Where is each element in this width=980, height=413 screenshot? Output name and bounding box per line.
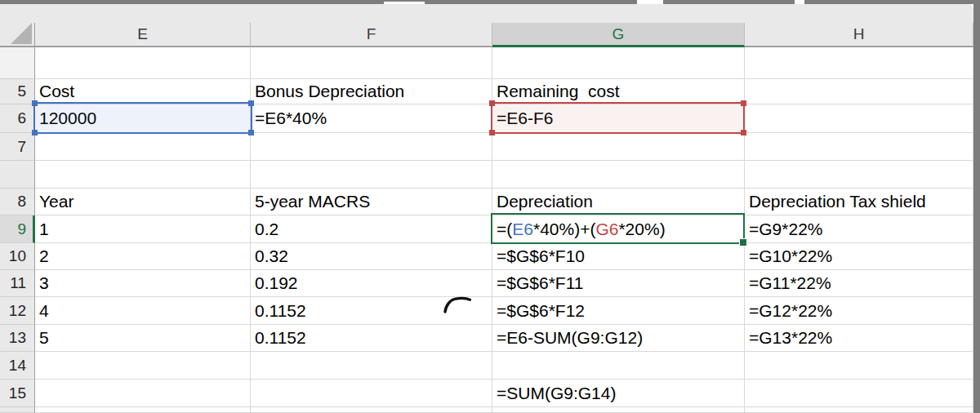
sheet-row-6: 6120000=E6*40%=E6-F6 bbox=[0, 104, 973, 133]
sheet-row-14: 14 bbox=[0, 352, 973, 380]
row-header-7[interactable]: 7 bbox=[0, 133, 35, 161]
cell-E9[interactable]: 1 bbox=[35, 215, 251, 243]
cell-F13[interactable]: 0.1152 bbox=[251, 325, 492, 352]
select-all-corner[interactable] bbox=[0, 23, 35, 47]
excel-window: E F G H 5CostBonus DepreciationRemaining… bbox=[0, 0, 980, 413]
sheet-row-8: 8Year5-year MACRSDepreciationDepreciatio… bbox=[0, 189, 973, 215]
cell-G10[interactable]: =$G$6*F10 bbox=[492, 243, 745, 270]
cell-H5[interactable] bbox=[745, 79, 973, 104]
cell-E13[interactable]: 5 bbox=[35, 325, 251, 352]
cell-H-r4[interactable] bbox=[745, 161, 973, 189]
formula-segment: E6 bbox=[512, 220, 533, 239]
cell-H6[interactable] bbox=[745, 104, 973, 133]
row-header-15[interactable]: 15 bbox=[0, 380, 35, 407]
column-header-E[interactable]: E bbox=[35, 23, 251, 47]
cell-E11[interactable]: 3 bbox=[35, 270, 251, 297]
cell-F11[interactable]: 0.192 bbox=[251, 270, 492, 297]
cell-E12[interactable]: 4 bbox=[35, 297, 251, 325]
cell-E15[interactable] bbox=[35, 380, 251, 407]
cell-G7[interactable] bbox=[492, 133, 745, 161]
cell-F5[interactable]: Bonus Depreciation bbox=[251, 79, 492, 104]
cell-E-r0[interactable] bbox=[35, 47, 251, 79]
cell-E5[interactable]: Cost bbox=[35, 79, 251, 104]
row-header-8[interactable]: 8 bbox=[0, 189, 35, 215]
cell-G5[interactable]: Remaining cost bbox=[492, 79, 745, 104]
cell-G12[interactable]: =$G$6*F12 bbox=[492, 297, 745, 325]
cell-G15[interactable]: =SUM(G9:G14) bbox=[492, 380, 745, 407]
cell-F-r13[interactable] bbox=[251, 407, 492, 413]
row-header-10[interactable]: 10 bbox=[0, 243, 35, 270]
select-all-triangle-icon bbox=[11, 23, 32, 44]
row-header-5[interactable]: 5 bbox=[0, 79, 35, 104]
cell-E7[interactable] bbox=[35, 133, 251, 161]
cell-F-r0[interactable] bbox=[251, 47, 492, 79]
sheet-row-15: 15=SUM(G9:G14) bbox=[0, 380, 973, 407]
cell-G-r4[interactable] bbox=[492, 161, 745, 189]
worksheet-grid: E F G H 5CostBonus DepreciationRemaining… bbox=[0, 23, 973, 413]
cell-E-r4[interactable] bbox=[35, 161, 251, 189]
cell-E10[interactable]: 2 bbox=[35, 243, 251, 270]
row-header-6[interactable]: 6 bbox=[0, 104, 35, 133]
column-header-H[interactable]: H bbox=[745, 23, 973, 47]
sheet-row-12: 1240.1152=$G$6*F12=G12*22% bbox=[0, 297, 973, 325]
cell-F-r4[interactable] bbox=[251, 161, 492, 189]
cell-H-r0[interactable] bbox=[745, 47, 973, 79]
cell-G14[interactable] bbox=[492, 352, 745, 380]
column-headers: E F G H bbox=[0, 23, 973, 47]
cell-F6[interactable]: =E6*40% bbox=[251, 104, 492, 133]
sheet-row-10: 1020.32=$G$6*F10=G10*22% bbox=[0, 243, 973, 270]
formula-bar-lower-band bbox=[0, 4, 973, 23]
cell-G8[interactable]: Depreciation bbox=[492, 189, 745, 215]
sheet-row-blank-13 bbox=[0, 407, 973, 413]
cell-G13[interactable]: =E6-SUM(G9:G12) bbox=[492, 325, 745, 352]
sheet-row-7: 7 bbox=[0, 133, 973, 161]
cell-F7[interactable] bbox=[251, 133, 492, 161]
cell-G6[interactable]: =E6-F6 bbox=[492, 104, 745, 133]
cell-F12[interactable]: 0.1152 bbox=[251, 297, 492, 325]
formula-segment: G6 bbox=[595, 220, 618, 239]
sheet-row-9: 910.2=(E6*40%)+(G6*20%)=G9*22% bbox=[0, 215, 973, 243]
row-header-blank-13[interactable] bbox=[0, 407, 35, 413]
window-right-edge bbox=[973, 0, 980, 413]
row-header-blank-4[interactable] bbox=[0, 161, 35, 189]
cell-G-r0[interactable] bbox=[492, 47, 745, 79]
row-header-14[interactable]: 14 bbox=[0, 352, 35, 380]
grid-rows: 5CostBonus DepreciationRemaining cost612… bbox=[0, 47, 973, 413]
cell-E14[interactable] bbox=[35, 352, 251, 380]
cell-F9[interactable]: 0.2 bbox=[251, 215, 492, 243]
cell-F14[interactable] bbox=[251, 352, 492, 380]
row-header-11[interactable]: 11 bbox=[0, 270, 35, 297]
sheet-row-blank-0 bbox=[0, 47, 973, 79]
cell-H11[interactable]: =G11*22% bbox=[745, 270, 973, 297]
sheet-row-13: 1350.1152=E6-SUM(G9:G12)=G13*22% bbox=[0, 325, 973, 352]
cell-F8[interactable]: 5-year MACRS bbox=[251, 189, 492, 215]
cell-E8[interactable]: Year bbox=[35, 189, 251, 215]
cell-E-r13[interactable] bbox=[35, 407, 251, 413]
row-header-blank-0[interactable] bbox=[0, 47, 35, 79]
cell-F15[interactable] bbox=[251, 380, 492, 407]
column-header-G-selected[interactable]: G bbox=[492, 23, 745, 47]
cell-H14[interactable] bbox=[745, 352, 973, 380]
cell-G11[interactable]: =$G$6*F11 bbox=[492, 270, 745, 297]
cell-H8[interactable]: Depreciation Tax shield bbox=[745, 189, 973, 215]
row-header-13[interactable]: 13 bbox=[0, 325, 35, 352]
cell-F10[interactable]: 0.32 bbox=[251, 243, 492, 270]
cell-H13[interactable]: =G13*22% bbox=[745, 325, 973, 352]
cell-H7[interactable] bbox=[745, 133, 973, 161]
formula-segment: *40%)+( bbox=[533, 220, 595, 239]
sheet-row-blank-4 bbox=[0, 161, 973, 189]
cell-H10[interactable]: =G10*22% bbox=[745, 243, 973, 270]
cell-H12[interactable]: =G12*22% bbox=[745, 297, 973, 325]
sheet-row-11: 1130.192=$G$6*F11=G11*22% bbox=[0, 270, 973, 297]
cell-H9[interactable]: =G9*22% bbox=[745, 215, 973, 243]
formula-segment: *20%) bbox=[618, 220, 665, 239]
cell-G-r13[interactable] bbox=[492, 407, 745, 413]
cell-H15[interactable] bbox=[745, 380, 973, 407]
sheet-row-5: 5CostBonus DepreciationRemaining cost bbox=[0, 79, 973, 104]
cell-H-r13[interactable] bbox=[745, 407, 973, 413]
cell-E6[interactable]: 120000 bbox=[35, 104, 251, 133]
cell-G9[interactable]: =(E6*40%)+(G6*20%) bbox=[492, 215, 745, 243]
row-header-9[interactable]: 9 bbox=[0, 215, 35, 243]
column-header-F[interactable]: F bbox=[251, 23, 492, 47]
row-header-12[interactable]: 12 bbox=[0, 297, 35, 325]
